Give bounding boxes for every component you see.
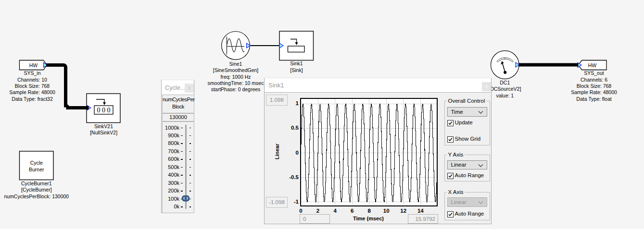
svg-text:Block Size: 768: Block Size: 768 bbox=[577, 83, 612, 89]
svg-text:freq: 1000 Hz: freq: 1000 Hz bbox=[220, 74, 251, 80]
svg-text:Data Type: float: Data Type: float bbox=[576, 96, 611, 102]
svg-text:[SineSmoothedGen]: [SineSmoothedGen] bbox=[213, 67, 259, 73]
svg-text:[CycleBurner]: [CycleBurner] bbox=[21, 187, 52, 193]
svg-text:Sample Rate: 48000: Sample Rate: 48000 bbox=[571, 89, 617, 95]
svg-text:Channels: 10: Channels: 10 bbox=[17, 77, 47, 83]
svg-text:CycleBurner1: CycleBurner1 bbox=[21, 181, 52, 186]
svg-text:numCyclesPerBlock: 130000: numCyclesPerBlock: 130000 bbox=[4, 193, 69, 199]
svg-text:SYS_out: SYS_out bbox=[584, 70, 604, 76]
svg-text:Sine1: Sine1 bbox=[229, 61, 242, 67]
svg-text:Burner: Burner bbox=[29, 167, 44, 172]
svg-text:Cycle: Cycle bbox=[30, 160, 43, 166]
svg-text:0 0 0: 0 0 0 bbox=[97, 107, 111, 114]
svg-text:startPhase: 0 degrees: startPhase: 0 degrees bbox=[211, 86, 261, 92]
svg-text:SinkV21: SinkV21 bbox=[94, 123, 113, 129]
svg-text:value: 1: value: 1 bbox=[496, 93, 514, 98]
svg-text:Sink1: Sink1 bbox=[290, 60, 303, 66]
svg-text:DC1: DC1 bbox=[500, 80, 510, 85]
svg-text:SYS_in: SYS_in bbox=[24, 70, 40, 76]
svg-text:[DCSourceV2]: [DCSourceV2] bbox=[489, 86, 521, 92]
svg-text:[Sink]: [Sink] bbox=[290, 67, 303, 73]
svg-text:smoothingTime: 10 msec: smoothingTime: 10 msec bbox=[208, 80, 264, 86]
svg-text:Channels: 6: Channels: 6 bbox=[581, 77, 607, 83]
svg-text:Block Size: 768: Block Size: 768 bbox=[15, 83, 50, 89]
svg-text:HW: HW bbox=[588, 62, 597, 68]
svg-text:Data Type: fract32: Data Type: fract32 bbox=[12, 96, 53, 102]
svg-text:[NullSinkV2]: [NullSinkV2] bbox=[90, 130, 117, 135]
svg-text:HW: HW bbox=[29, 62, 38, 68]
svg-text:Sample Rate: 48000: Sample Rate: 48000 bbox=[9, 89, 55, 95]
